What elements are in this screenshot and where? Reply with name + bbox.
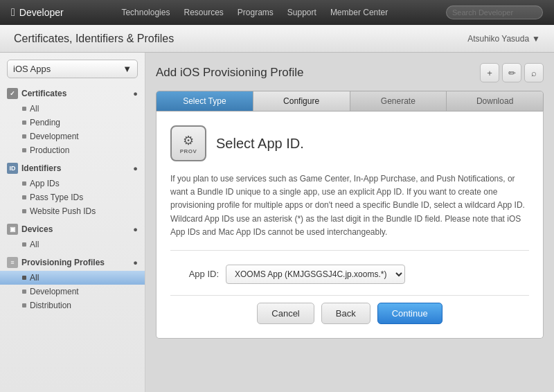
- form-card: ⚙ PROV Select App ID. If you plan to use…: [156, 112, 544, 339]
- search-input[interactable]: [446, 6, 543, 19]
- platform-dropdown[interactable]: iOS Apps ▼: [7, 60, 138, 78]
- id-icon: ID: [7, 163, 18, 174]
- user-chevron-icon: ▼: [532, 34, 540, 44]
- sidebar-item-cert-all[interactable]: All: [0, 102, 145, 116]
- form-description: If you plan to use services such as Game…: [170, 172, 529, 251]
- gear-icon: ⚙: [183, 133, 194, 148]
- app-id-select[interactable]: XOOMS App (KMJGSGSJ4C.jp.xooms.*): [226, 265, 405, 284]
- content-actions: + ✏ ⌕: [480, 63, 544, 82]
- sidebar-item-prov-distribution[interactable]: Distribution: [0, 299, 145, 312]
- bullet-icon: [22, 181, 26, 186]
- content-area: Add iOS Provisioning Profile + ✏ ⌕ Selec…: [145, 53, 554, 392]
- bullet-icon: [22, 276, 26, 280]
- step-generate: Generate: [350, 91, 447, 111]
- app-id-label: App ID:: [170, 269, 219, 279]
- steps-bar: Select Type Configure Generate Download: [156, 91, 544, 112]
- prov-label: PROV: [180, 148, 197, 154]
- back-button[interactable]: Back: [321, 303, 370, 324]
- sidebar-section-certificates: ✓ Certificates ● All Pending Development…: [0, 85, 145, 157]
- bullet-icon: [22, 148, 26, 152]
- user-name: Atsuhiko Yasuda: [467, 34, 529, 44]
- prov-icon: ≡: [7, 257, 18, 268]
- developer-label: Developer: [19, 7, 64, 18]
- nav-technologies[interactable]: Technologies: [121, 8, 170, 17]
- sidebar-provisioning-header[interactable]: ≡ Provisioning Profiles ●: [0, 254, 145, 271]
- top-nav-links: Technologies Resources Programs Support …: [80, 8, 429, 17]
- sidebar-item-devices-all[interactable]: All: [0, 238, 145, 251]
- sidebar-section-devices: ▣ Devices ● All: [0, 221, 145, 251]
- sidebar-provisioning-label: Provisioning Profiles: [21, 258, 105, 267]
- bullet-icon: [22, 134, 26, 139]
- sub-header: Certificates, Identifiers & Profiles Ats…: [0, 25, 554, 53]
- bullet-icon: [22, 107, 26, 111]
- devices-expand-icon: ●: [133, 225, 138, 233]
- nav-member-center[interactable]: Member Center: [330, 8, 388, 17]
- sidebar: iOS Apps ▼ ✓ Certificates ● All Pending …: [0, 53, 145, 392]
- add-button[interactable]: +: [480, 63, 499, 82]
- content-header: Add iOS Provisioning Profile + ✏ ⌕: [156, 63, 544, 82]
- content-title: Add iOS Provisioning Profile: [156, 66, 304, 80]
- provisioning-expand-icon: ●: [133, 258, 138, 267]
- nav-resources[interactable]: Resources: [184, 8, 223, 17]
- sidebar-item-cert-production[interactable]: Production: [0, 143, 145, 157]
- cert-icon: ✓: [7, 88, 18, 99]
- nav-programs[interactable]: Programs: [238, 8, 274, 17]
- device-icon: ▣: [7, 224, 18, 235]
- identifiers-expand-icon: ●: [133, 164, 138, 172]
- identifiers-sub-items: App IDs Pass Type IDs Website Push IDs: [0, 177, 145, 218]
- dropdown-arrow-icon: ▼: [123, 64, 132, 74]
- sidebar-identifiers-header[interactable]: ID Identifiers ●: [0, 160, 145, 177]
- step-download: Download: [447, 91, 543, 111]
- sidebar-devices-label: Devices: [21, 224, 53, 234]
- bullet-icon: [22, 303, 26, 308]
- platform-select[interactable]: iOS Apps: [13, 64, 123, 74]
- bullet-icon: [22, 242, 26, 247]
- bullet-icon: [22, 121, 26, 125]
- sidebar-section-identifiers: ID Identifiers ● App IDs Pass Type IDs W…: [0, 160, 145, 218]
- sidebar-certificates-header[interactable]: ✓ Certificates ●: [0, 85, 145, 102]
- certificates-expand-icon: ●: [133, 89, 138, 98]
- continue-button[interactable]: Continue: [377, 303, 443, 324]
- sidebar-item-prov-development[interactable]: Development: [0, 285, 145, 299]
- form-card-header: ⚙ PROV Select App ID.: [170, 125, 529, 161]
- search-button[interactable]: ⌕: [524, 63, 544, 82]
- bullet-icon: [22, 195, 26, 199]
- form-footer: Cancel Back Continue: [170, 295, 529, 324]
- page-title: Certificates, Identifiers & Profiles: [14, 33, 174, 45]
- top-nav:  Developer Technologies Resources Progr…: [0, 0, 554, 25]
- sidebar-section-provisioning: ≡ Provisioning Profiles ● All Developmen…: [0, 254, 145, 312]
- sidebar-certificates-label: Certificates: [21, 89, 66, 98]
- provisioning-sub-items: All Development Distribution: [0, 271, 145, 312]
- form-card-title: Select App ID.: [216, 136, 304, 152]
- sidebar-item-pass-type-ids[interactable]: Pass Type IDs: [0, 190, 145, 204]
- sidebar-identifiers-label: Identifiers: [21, 163, 61, 173]
- cancel-button[interactable]: Cancel: [257, 303, 314, 324]
- certificates-sub-items: All Pending Development Production: [0, 102, 145, 157]
- main-layout: iOS Apps ▼ ✓ Certificates ● All Pending …: [0, 53, 554, 392]
- provisioning-icon: ⚙ PROV: [170, 125, 206, 161]
- devices-sub-items: All: [0, 238, 145, 251]
- sidebar-item-cert-development[interactable]: Development: [0, 130, 145, 143]
- nav-support[interactable]: Support: [287, 8, 316, 17]
- user-menu[interactable]: Atsuhiko Yasuda ▼: [467, 34, 540, 44]
- bullet-icon: [22, 209, 26, 213]
- edit-button[interactable]: ✏: [502, 63, 521, 82]
- app-id-row: App ID: XOOMS App (KMJGSGSJ4C.jp.xooms.*…: [170, 265, 529, 284]
- step-configure[interactable]: Configure: [253, 91, 350, 111]
- sidebar-devices-header[interactable]: ▣ Devices ●: [0, 221, 145, 238]
- apple-icon: : [11, 6, 15, 19]
- sidebar-item-cert-pending[interactable]: Pending: [0, 116, 145, 130]
- sidebar-item-website-push-ids[interactable]: Website Push IDs: [0, 204, 145, 218]
- bullet-icon: [22, 289, 26, 294]
- step-select-type[interactable]: Select Type: [157, 91, 253, 111]
- sidebar-item-app-ids[interactable]: App IDs: [0, 177, 145, 190]
- sidebar-item-prov-all[interactable]: All: [0, 271, 145, 285]
- apple-logo-area:  Developer: [11, 6, 64, 19]
